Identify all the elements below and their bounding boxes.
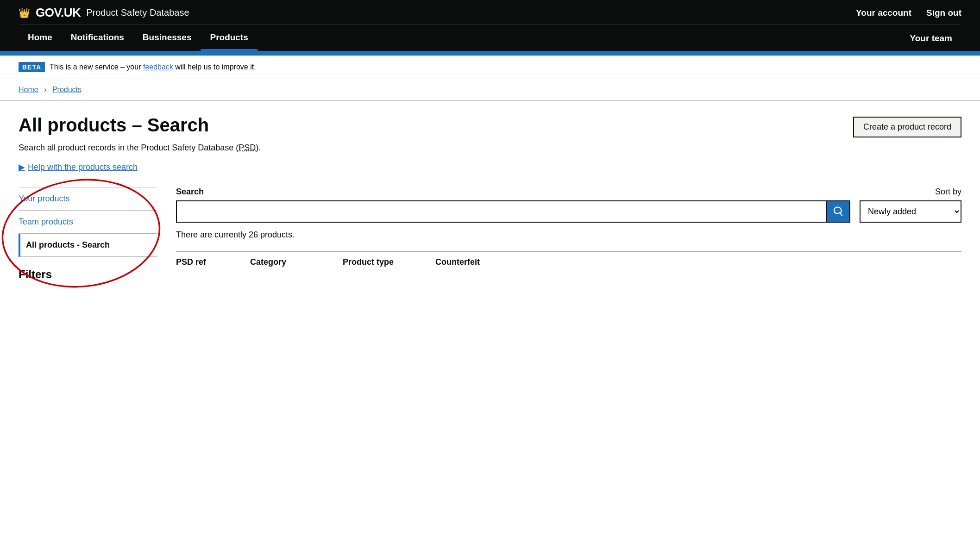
psd-abbr: PSD <box>239 143 256 152</box>
breadcrumb: Home › Products <box>0 79 980 101</box>
table-headers: PSD ref Category Product type Counterfei… <box>176 251 961 267</box>
sidebar-item-your-products[interactable]: Your products <box>19 187 157 211</box>
table-header-product-type: Product type <box>343 257 435 267</box>
feedback-link[interactable]: feedback <box>143 63 173 71</box>
nav-link-notifications[interactable]: Notifications <box>62 25 133 49</box>
beta-banner: BETA This is a new service – your feedba… <box>0 56 980 79</box>
crown-icon: 👑 <box>19 7 30 19</box>
nav-list: Home Notifications Businesses Products <box>19 25 258 51</box>
breadcrumb-separator: › <box>44 86 46 93</box>
sort-section: Sort by Newly added Name A-Z Name Z-A <box>860 187 961 223</box>
sidebar-item-team-products[interactable]: Team products <box>19 211 157 234</box>
triangle-icon: ▶ <box>19 162 25 172</box>
table-header-category: Category <box>250 257 343 267</box>
sidebar: Your products Team products All products… <box>19 187 157 281</box>
search-icon <box>833 206 843 217</box>
nav-link-products[interactable]: Products <box>201 25 257 51</box>
your-account-link[interactable]: Your account <box>856 8 911 18</box>
nav-right: Your team <box>900 26 961 50</box>
main-nav: Home Notifications Businesses Products Y… <box>19 25 961 51</box>
nav-item-products[interactable]: Products <box>201 25 257 51</box>
breadcrumb-home[interactable]: Home <box>19 86 38 93</box>
sign-out-link[interactable]: Sign out <box>926 8 961 18</box>
help-link[interactable]: ▶ Help with the products search <box>19 162 961 172</box>
breadcrumb-current[interactable]: Products <box>52 86 82 93</box>
page-header-row: All products – Search Create a product r… <box>19 115 961 137</box>
right-content: Search Sort by Newly added Na <box>157 187 961 281</box>
site-header: 👑 GOV.UK Product Safety Database Your ac… <box>0 0 980 51</box>
sort-label: Sort by <box>935 187 961 197</box>
nav-link-businesses[interactable]: Businesses <box>133 25 201 49</box>
beta-text: This is a new service – your feedback wi… <box>50 63 256 71</box>
search-button[interactable] <box>826 200 850 223</box>
filters-heading: Filters <box>19 268 157 281</box>
two-column-layout: Your products Team products All products… <box>19 187 961 281</box>
your-team-link[interactable]: Your team <box>900 26 961 50</box>
create-product-record-button[interactable]: Create a product record <box>853 117 961 137</box>
nav-link-home[interactable]: Home <box>19 25 62 49</box>
table-header-counterfeit: Counterfeit <box>435 257 961 267</box>
nav-item-notifications[interactable]: Notifications <box>62 25 133 51</box>
sidebar-link-all-products[interactable]: All products - Search <box>26 234 157 256</box>
nav-item-businesses[interactable]: Businesses <box>133 25 201 51</box>
product-count: There are currently 26 products. <box>176 230 961 240</box>
header-logo: 👑 GOV.UK Product Safety Database <box>19 6 189 20</box>
nav-item-home[interactable]: Home <box>19 25 62 51</box>
sidebar-nav: Your products Team products All products… <box>19 187 157 257</box>
search-input[interactable] <box>176 200 826 223</box>
search-section: Search <box>176 187 850 223</box>
sidebar-link-team-products[interactable]: Team products <box>19 211 157 233</box>
search-input-row <box>176 200 850 223</box>
sidebar-link-your-products[interactable]: Your products <box>19 187 157 210</box>
page-title: All products – Search <box>19 115 209 135</box>
sort-select[interactable]: Newly added Name A-Z Name Z-A <box>860 200 961 223</box>
blue-accent-bar <box>0 51 980 56</box>
header-top-links: Your account Sign out <box>856 8 961 18</box>
table-header-psd-ref: PSD ref <box>176 257 250 267</box>
beta-tag: BETA <box>19 62 45 72</box>
service-name: Product Safety Database <box>86 7 189 18</box>
gov-uk-text: GOV.UK <box>36 6 81 20</box>
page-description: Search all product records in the Produc… <box>19 143 961 153</box>
search-sort-row: Search Sort by Newly added Na <box>176 187 961 223</box>
search-label: Search <box>176 187 850 197</box>
main-content: All products – Search Create a product r… <box>0 101 980 299</box>
sidebar-item-all-products[interactable]: All products - Search <box>19 234 157 257</box>
